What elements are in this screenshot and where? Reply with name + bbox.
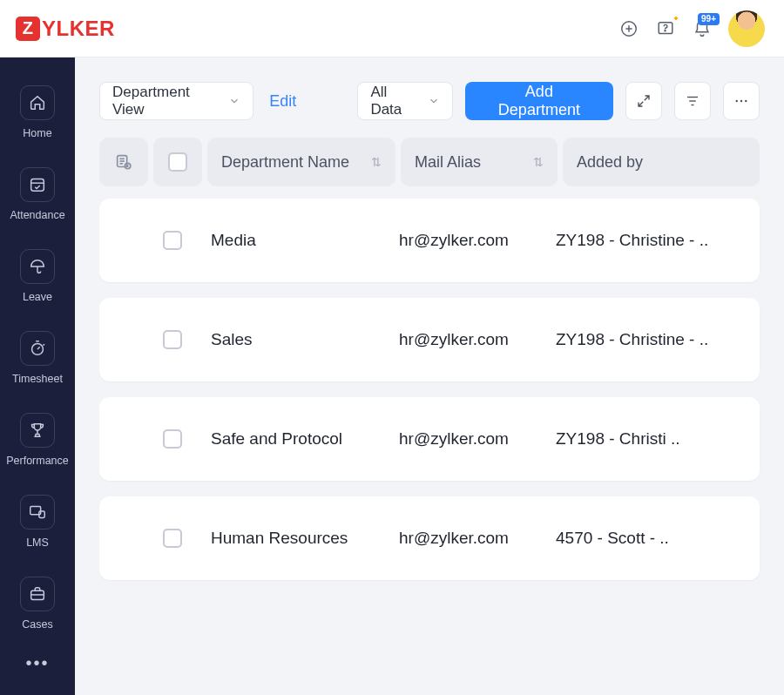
sidebar-item-home[interactable]: Home [7,77,68,152]
column-label: Department Name [221,153,349,172]
cell-mail: hr@zylker.com [385,330,542,349]
row-checkbox[interactable] [163,231,182,250]
sidebar-more-icon[interactable]: ••• [25,653,49,673]
cell-added: ZY198 - Christine - .. [542,330,760,349]
trophy-icon [20,413,55,448]
select-all-cell [153,138,202,186]
department-table: Department Name ⇅ Mail Alias ⇅ Added by … [75,138,784,580]
umbrella-icon [20,249,55,284]
sort-icon: ⇅ [371,155,382,169]
add-icon[interactable] [618,18,639,39]
screens-icon [20,495,55,530]
svg-point-19 [740,100,742,102]
sidebar-item-leave[interactable]: Leave [7,240,68,315]
column-header-name[interactable]: Department Name ⇅ [207,138,395,186]
sort-icon: ⇅ [533,155,544,169]
toolbar: Department View Edit All Data Add Depart… [75,57,784,138]
expand-icon [636,93,652,109]
cell-added: ZY198 - Christine - .. [542,231,760,250]
sidebar-label: LMS [26,536,49,549]
sidebar-label: Cases [22,618,52,631]
more-actions-button[interactable] [723,82,760,120]
table-row[interactable]: Sales hr@zylker.com ZY198 - Christine - … [99,298,760,381]
svg-rect-5 [31,179,44,192]
row-checkbox[interactable] [163,529,182,548]
view-dropdown[interactable]: Department View [99,82,253,120]
stopwatch-icon [20,331,55,366]
data-filter-label: All Data [370,84,419,118]
svg-point-7 [32,344,44,355]
svg-point-18 [735,100,737,102]
avatar[interactable] [728,10,765,47]
sidebar-item-cases[interactable]: Cases [7,568,68,643]
dots-icon [733,93,749,109]
topbar: Z YLKER 99+ [0,0,784,57]
brand-mark: Z [16,17,40,41]
list-filter-icon [114,152,133,172]
topbar-actions: 99+ [618,10,765,47]
cell-name: Sales [197,330,385,349]
sidebar-label: Leave [23,291,52,303]
sidebar-label: Home [23,127,51,139]
cell-added: 4570 - Scott - .. [542,529,760,548]
column-header-mail[interactable]: Mail Alias ⇅ [401,138,558,186]
table-row[interactable]: Human Resources hr@zylker.com 4570 - Sco… [99,496,760,580]
cell-name: Safe and Protocol [197,429,385,449]
svg-line-8 [37,347,40,349]
table-row[interactable]: Safe and Protocol hr@zylker.com ZY198 - … [99,397,760,481]
sidebar-label: Performance [6,455,69,467]
column-header-added[interactable]: Added by [563,138,760,186]
cell-name: Media [197,231,385,250]
edit-link[interactable]: Edit [269,92,296,111]
add-department-button[interactable]: Add Department [465,82,612,120]
table-row[interactable]: Media hr@zylker.com ZY198 - Christine - … [99,199,760,282]
main-content: Department View Edit All Data Add Depart… [75,57,784,695]
help-icon[interactable] [655,18,676,39]
svg-point-4 [665,30,666,30]
chevron-down-icon [428,95,440,107]
home-icon [20,85,55,120]
brand-logo[interactable]: Z YLKER [16,17,115,41]
column-filter-button[interactable] [99,138,148,186]
data-filter-dropdown[interactable]: All Data [357,82,453,120]
chevron-down-icon [228,95,240,107]
sidebar-label: Attendance [10,209,64,221]
sidebar-item-timesheet[interactable]: Timesheet [7,322,68,397]
filter-icon [685,93,700,109]
table-header: Department Name ⇅ Mail Alias ⇅ Added by [99,138,760,186]
cell-mail: hr@zylker.com [385,429,542,449]
calendar-check-icon [20,167,55,202]
expand-button[interactable] [625,82,662,120]
cell-mail: hr@zylker.com [385,529,542,548]
select-all-checkbox[interactable] [168,152,187,172]
sidebar: Home Attendance Leave Timesheet Performa… [0,57,75,695]
sidebar-item-performance[interactable]: Performance [7,404,68,479]
row-checkbox[interactable] [163,330,182,349]
sidebar-item-attendance[interactable]: Attendance [7,159,68,233]
cell-mail: hr@zylker.com [385,231,542,250]
filter-button[interactable] [674,82,711,120]
sidebar-item-lms[interactable]: LMS [7,486,68,561]
notification-badge: 99+ [698,13,720,25]
briefcase-icon [20,577,55,611]
brand-text: YLKER [42,17,115,41]
column-label: Mail Alias [415,153,481,172]
sidebar-label: Timesheet [12,373,63,385]
column-label: Added by [577,153,643,172]
row-checkbox[interactable] [163,429,182,449]
notifications-icon[interactable]: 99+ [692,18,713,39]
cell-added: ZY198 - Christi .. [542,429,760,449]
cell-name: Human Resources [197,529,385,548]
view-dropdown-label: Department View [112,84,220,118]
svg-point-20 [745,100,747,102]
